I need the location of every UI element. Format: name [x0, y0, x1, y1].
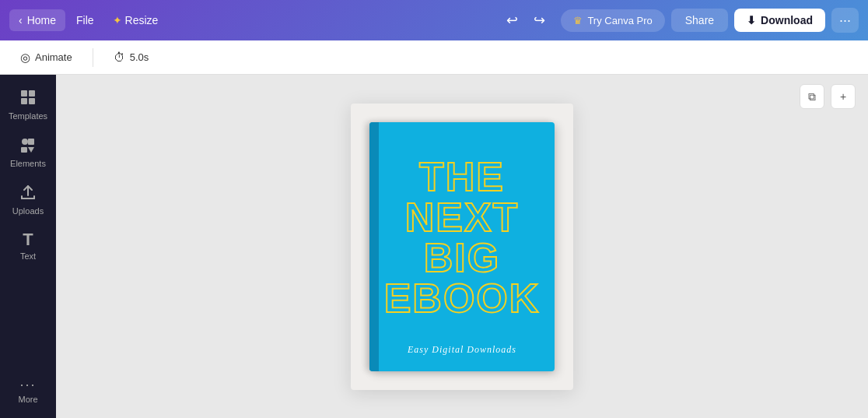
svg-rect-2 — [21, 98, 27, 104]
book-subtitle: Easy Digital Downloads — [408, 344, 516, 356]
svg-rect-3 — [29, 98, 35, 104]
animate-button[interactable]: ◎ Animate — [12, 47, 80, 68]
top-navigation: ‹ Home File ✦ Resize ↩ ↪ ♛ Try Canva Pro… — [0, 0, 868, 40]
home-label: Home — [27, 14, 56, 26]
resize-menu[interactable]: ✦ Resize — [105, 9, 166, 31]
copy-page-button[interactable]: ⧉ — [800, 84, 824, 109]
ellipsis-icon: ··· — [839, 12, 851, 28]
duration-button[interactable]: ⏱ 5.0s — [106, 47, 157, 68]
editor-toolbar: ◎ Animate ⏱ 5.0s — [0, 40, 868, 75]
svg-rect-5 — [28, 139, 34, 145]
left-sidebar: Templates Elements Upload — [0, 75, 56, 418]
add-page-button[interactable]: + — [831, 84, 856, 109]
text-label: Text — [20, 251, 36, 261]
svg-rect-0 — [21, 90, 27, 97]
file-label: File — [76, 14, 94, 26]
more-icon: ··· — [19, 378, 36, 392]
svg-rect-7 — [21, 147, 27, 153]
svg-rect-1 — [29, 90, 35, 97]
sidebar-item-more[interactable]: ··· More — [0, 370, 56, 412]
timer-icon: ⏱ — [114, 51, 125, 64]
sidebar-item-text[interactable]: T Text — [0, 223, 56, 269]
download-icon: ⬇ — [747, 14, 756, 26]
templates-label: Templates — [9, 111, 47, 121]
sidebar-item-templates[interactable]: Templates — [0, 81, 56, 128]
book-title-line2: BIG — [424, 237, 500, 278]
main-layout: Templates Elements Upload — [0, 75, 868, 418]
duration-label: 5.0s — [130, 51, 149, 63]
chevron-left-icon: ‹ — [19, 14, 23, 26]
animate-label: Animate — [35, 51, 72, 63]
sidebar-item-uploads[interactable]: Uploads — [0, 176, 56, 223]
share-label: Share — [685, 14, 714, 26]
animate-icon: ◎ — [20, 51, 30, 65]
book-title-line1: THE NEXT — [382, 156, 542, 237]
crown-icon: ♛ — [573, 15, 583, 26]
star-icon: ✦ — [113, 14, 122, 26]
uploads-icon — [19, 184, 37, 203]
try-canva-pro-button[interactable]: ♛ Try Canva Pro — [561, 9, 664, 32]
undo-button[interactable]: ↩ — [500, 10, 524, 30]
download-label: Download — [761, 14, 813, 26]
undo-redo-controls: ↩ ↪ — [500, 10, 551, 30]
redo-button[interactable]: ↪ — [527, 10, 551, 30]
more-options-button[interactable]: ··· — [831, 8, 859, 33]
canvas-area[interactable]: ⧉ + THE NEXT BIG EBOOK Easy Digital Down… — [56, 75, 868, 418]
book-spine — [369, 122, 379, 371]
book-cover: THE NEXT BIG EBOOK Easy Digital Download… — [369, 122, 555, 371]
svg-point-4 — [22, 139, 28, 145]
add-page-icon: + — [840, 90, 846, 103]
book-title-area: THE NEXT BIG EBOOK — [382, 138, 542, 338]
page-wrapper: THE NEXT BIG EBOOK Easy Digital Download… — [351, 104, 573, 390]
svg-marker-6 — [28, 147, 34, 153]
home-button[interactable]: ‹ Home — [9, 9, 65, 31]
more-label: More — [18, 395, 37, 404]
sidebar-item-elements[interactable]: Elements — [0, 128, 56, 176]
templates-icon — [19, 89, 37, 108]
try-canva-label: Try Canva Pro — [587, 15, 652, 26]
elements-label: Elements — [10, 159, 46, 168]
nav-right-actions: ♛ Try Canva Pro Share ⬇ Download ··· — [561, 8, 859, 33]
uploads-label: Uploads — [12, 206, 44, 216]
share-button[interactable]: Share — [671, 9, 728, 32]
book-title-line3: EBOOK — [384, 278, 541, 318]
download-button[interactable]: ⬇ Download — [734, 9, 825, 32]
file-menu[interactable]: File — [68, 9, 102, 31]
elements-icon — [19, 136, 37, 156]
resize-label: Resize — [125, 14, 159, 26]
text-icon: T — [23, 231, 33, 248]
copy-icon: ⧉ — [808, 90, 816, 104]
canvas-controls: ⧉ + — [800, 84, 856, 109]
toolbar-divider — [93, 48, 93, 67]
